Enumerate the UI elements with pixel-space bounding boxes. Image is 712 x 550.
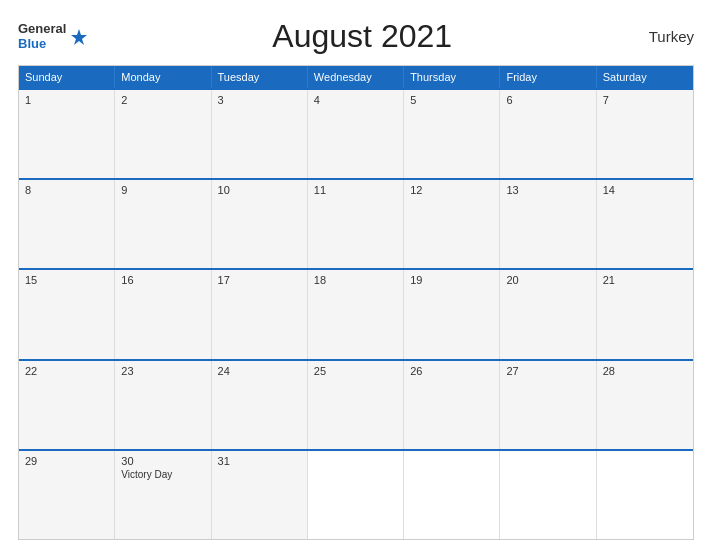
- day-number: 1: [25, 94, 108, 106]
- logo-blue-text: Blue: [18, 37, 66, 51]
- flag-icon: [68, 27, 90, 49]
- header: General Blue August 2021 Turkey: [18, 18, 694, 55]
- table-row: 23: [115, 361, 211, 449]
- day-number: 29: [25, 455, 108, 467]
- holiday-label: Victory Day: [121, 469, 204, 480]
- day-number: 7: [603, 94, 687, 106]
- table-row: 13: [500, 180, 596, 268]
- col-wednesday: Wednesday: [308, 66, 404, 88]
- table-row: 15: [19, 270, 115, 358]
- table-row: 7: [597, 90, 693, 178]
- table-row: 1: [19, 90, 115, 178]
- table-row: 27: [500, 361, 596, 449]
- day-number: 9: [121, 184, 204, 196]
- week-row-2: 891011121314: [19, 178, 693, 268]
- day-number: 21: [603, 274, 687, 286]
- day-number: 27: [506, 365, 589, 377]
- table-row: 3: [212, 90, 308, 178]
- day-number: 15: [25, 274, 108, 286]
- table-row: 29: [19, 451, 115, 539]
- table-row: 16: [115, 270, 211, 358]
- day-number: 31: [218, 455, 301, 467]
- col-sunday: Sunday: [19, 66, 115, 88]
- table-row: 9: [115, 180, 211, 268]
- table-row: [404, 451, 500, 539]
- table-row: 21: [597, 270, 693, 358]
- week-row-4: 22232425262728: [19, 359, 693, 449]
- table-row: 19: [404, 270, 500, 358]
- table-row: 28: [597, 361, 693, 449]
- calendar-header: Sunday Monday Tuesday Wednesday Thursday…: [19, 66, 693, 88]
- day-number: 12: [410, 184, 493, 196]
- day-number: 8: [25, 184, 108, 196]
- table-row: 17: [212, 270, 308, 358]
- day-number: 5: [410, 94, 493, 106]
- day-number: 23: [121, 365, 204, 377]
- table-row: 6: [500, 90, 596, 178]
- col-thursday: Thursday: [404, 66, 500, 88]
- day-number: 18: [314, 274, 397, 286]
- table-row: 10: [212, 180, 308, 268]
- country-label: Turkey: [634, 28, 694, 45]
- calendar-grid: Sunday Monday Tuesday Wednesday Thursday…: [18, 65, 694, 540]
- day-number: 30: [121, 455, 204, 467]
- table-row: 11: [308, 180, 404, 268]
- svg-marker-0: [71, 29, 87, 45]
- table-row: 5: [404, 90, 500, 178]
- col-friday: Friday: [500, 66, 596, 88]
- day-number: 3: [218, 94, 301, 106]
- day-number: 4: [314, 94, 397, 106]
- col-monday: Monday: [115, 66, 211, 88]
- day-number: 6: [506, 94, 589, 106]
- day-number: 2: [121, 94, 204, 106]
- table-row: [597, 451, 693, 539]
- table-row: 31: [212, 451, 308, 539]
- table-row: 12: [404, 180, 500, 268]
- table-row: 30Victory Day: [115, 451, 211, 539]
- table-row: 26: [404, 361, 500, 449]
- page-title: August 2021: [90, 18, 634, 55]
- table-row: [308, 451, 404, 539]
- day-number: 20: [506, 274, 589, 286]
- table-row: 22: [19, 361, 115, 449]
- week-row-5: 2930Victory Day31: [19, 449, 693, 539]
- day-number: 13: [506, 184, 589, 196]
- table-row: 8: [19, 180, 115, 268]
- table-row: [500, 451, 596, 539]
- week-row-1: 1234567: [19, 88, 693, 178]
- day-number: 11: [314, 184, 397, 196]
- day-number: 10: [218, 184, 301, 196]
- logo-general-text: General: [18, 22, 66, 36]
- table-row: 18: [308, 270, 404, 358]
- table-row: 20: [500, 270, 596, 358]
- table-row: 2: [115, 90, 211, 178]
- day-number: 28: [603, 365, 687, 377]
- day-number: 19: [410, 274, 493, 286]
- day-number: 16: [121, 274, 204, 286]
- day-number: 24: [218, 365, 301, 377]
- logo: General Blue: [18, 22, 90, 51]
- day-number: 26: [410, 365, 493, 377]
- day-number: 25: [314, 365, 397, 377]
- table-row: 4: [308, 90, 404, 178]
- table-row: 14: [597, 180, 693, 268]
- calendar-body: 1234567891011121314151617181920212223242…: [19, 88, 693, 539]
- table-row: 24: [212, 361, 308, 449]
- day-number: 14: [603, 184, 687, 196]
- calendar-page: General Blue August 2021 Turkey Sunday M…: [0, 0, 712, 550]
- col-tuesday: Tuesday: [212, 66, 308, 88]
- table-row: 25: [308, 361, 404, 449]
- day-number: 17: [218, 274, 301, 286]
- col-saturday: Saturday: [597, 66, 693, 88]
- week-row-3: 15161718192021: [19, 268, 693, 358]
- day-number: 22: [25, 365, 108, 377]
